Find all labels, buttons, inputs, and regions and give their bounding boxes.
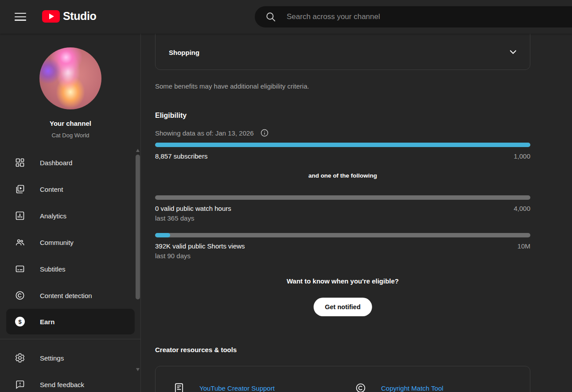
sidebar-item-send-feedback[interactable]: Send feedback	[0, 371, 141, 392]
sidebar-item-label: Analytics	[40, 212, 66, 220]
sidebar-item-analytics[interactable]: Analytics	[0, 202, 141, 229]
copyright-icon	[15, 290, 25, 301]
content-icon	[15, 184, 25, 194]
search-bar[interactable]	[255, 6, 572, 27]
feedback-icon	[15, 379, 25, 390]
sidebar-divider	[0, 339, 140, 339]
get-notified-button[interactable]: Get notified	[313, 298, 372, 316]
cta-question: Want to know when you're eligible?	[155, 277, 530, 285]
gear-icon	[15, 353, 25, 363]
brand-text: Studio	[63, 10, 96, 23]
channel-avatar[interactable]	[39, 47, 101, 109]
data-as-of-text: Showing data as of: Jan 13, 2026	[155, 129, 254, 137]
criterion-label: 392K valid public Shorts views	[155, 242, 245, 250]
menu-hamburger-icon[interactable]	[15, 13, 26, 21]
eligibility-title: Eligibility	[155, 112, 187, 120]
benefits-note: Some benefits may have additional eligib…	[155, 82, 309, 90]
analytics-icon	[15, 210, 25, 221]
sidebar-item-label: Settings	[40, 354, 64, 362]
criterion-target: 4,000	[514, 205, 530, 212]
criterion-label: 0 valid public watch hours	[155, 205, 231, 212]
svg-text:$: $	[18, 318, 22, 325]
sidebar-item-content[interactable]: Content	[0, 176, 141, 202]
channel-name: Cat Dog World	[0, 132, 141, 139]
sidebar-item-label: Community	[40, 239, 74, 246]
link-label: YouTube Creator Support	[199, 384, 275, 392]
sidebar-item-content-detection[interactable]: Content detection	[0, 282, 141, 309]
sidebar-item-label: Dashboard	[40, 159, 72, 167]
watch-hours-progress-bar	[155, 195, 530, 200]
separator-text: and one of the following	[155, 172, 530, 179]
dollar-icon: $	[15, 316, 25, 327]
sidebar-item-label: Subtitles	[40, 265, 66, 273]
sidebar-item-label: Content	[40, 186, 63, 193]
sidebar-footer: Settings Send feedback	[0, 345, 141, 392]
criterion-target: 10M	[518, 242, 530, 250]
sidebar-item-earn[interactable]: $ Earn	[6, 309, 135, 334]
sidebar-item-subtitles[interactable]: Subtitles	[0, 256, 141, 282]
your-channel-label: Your channel	[0, 120, 141, 127]
criterion-label: 8,857 subscribers	[155, 152, 207, 160]
criterion-sublabel: last 365 days	[155, 214, 194, 222]
sidebar-item-label: Earn	[40, 318, 54, 326]
link-label: Copyright Match Tool	[381, 384, 444, 392]
watch-hours-labels: 0 valid public watch hours 4,000	[155, 205, 530, 212]
data-as-of: Showing data as of: Jan 13, 2026	[155, 128, 269, 137]
main-content: Shopping Some benefits may have addition…	[141, 34, 572, 392]
sidebar: Your channel Cat Dog World Dashboard	[0, 34, 141, 392]
shopping-section[interactable]: Shopping	[155, 34, 530, 70]
search-icon	[265, 11, 276, 23]
top-bar: Studio	[0, 0, 572, 34]
scrollbar-down-arrow[interactable]	[136, 368, 140, 371]
sidebar-item-label: Content detection	[40, 292, 92, 299]
criterion-sublabel: last 90 days	[155, 252, 191, 260]
chevron-down-icon[interactable]	[508, 47, 518, 57]
search-input[interactable]	[286, 12, 536, 22]
criterion-target: 1,000	[514, 152, 530, 160]
info-icon[interactable]	[260, 128, 269, 137]
subscribers-labels: 8,857 subscribers 1,000	[155, 152, 530, 160]
copyright-icon	[355, 382, 366, 392]
subscribers-progress-bar	[155, 143, 530, 147]
shorts-views-progress-bar	[155, 233, 530, 237]
sidebar-item-label: Send feedback	[40, 381, 84, 388]
youtube-studio-logo[interactable]: Studio	[42, 10, 96, 23]
sidebar-nav: Dashboard Content Analytics	[0, 149, 141, 334]
community-icon	[15, 237, 25, 248]
shopping-title: Shopping	[169, 49, 199, 56]
creator-support-link[interactable]: YouTube Creator Support	[173, 382, 275, 392]
article-icon	[173, 382, 185, 392]
scrollbar-up-arrow[interactable]	[136, 149, 140, 152]
copyright-match-tool-link[interactable]: Copyright Match Tool	[355, 382, 444, 392]
shorts-views-labels: 392K valid public Shorts views 10M	[155, 242, 530, 250]
youtube-play-icon	[42, 10, 60, 23]
subtitles-icon	[15, 264, 25, 274]
resources-card: YouTube Creator Support Copyright Match …	[155, 366, 530, 392]
sidebar-item-community[interactable]: Community	[0, 229, 141, 256]
sidebar-scrollbar	[136, 148, 140, 341]
scrollbar-thumb[interactable]	[136, 155, 140, 299]
sidebar-item-dashboard[interactable]: Dashboard	[0, 149, 141, 176]
resources-title: Creator resources & tools	[155, 346, 237, 353]
dashboard-icon	[15, 157, 25, 168]
sidebar-item-settings[interactable]: Settings	[0, 345, 141, 371]
